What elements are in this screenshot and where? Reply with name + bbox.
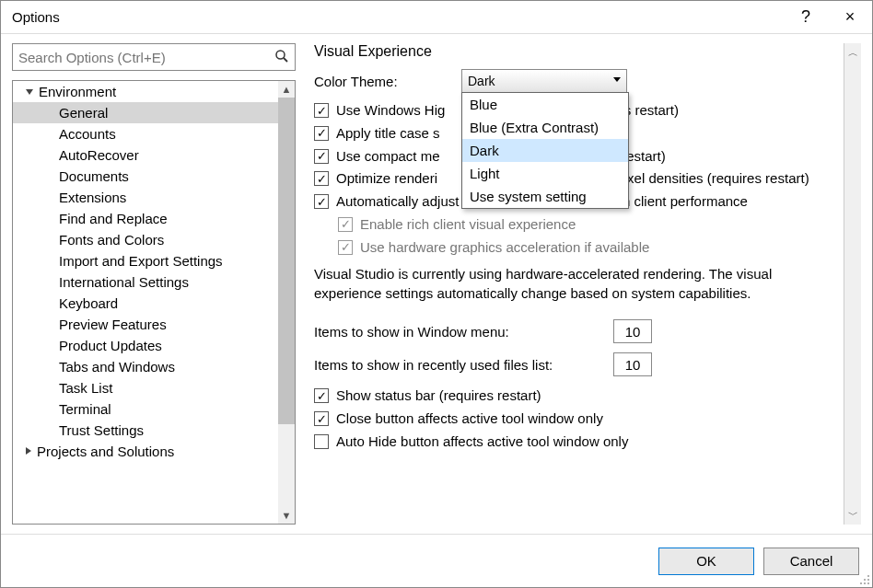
tree-item-keyboard[interactable]: Keyboard [13, 293, 295, 314]
svg-point-5 [860, 582, 862, 584]
svg-point-7 [867, 582, 869, 584]
checkbox-rich-client [338, 217, 353, 232]
resize-grip-icon[interactable] [859, 574, 870, 585]
checkbox-hw-accel [338, 240, 353, 255]
section-title: Visual Experience [314, 43, 836, 60]
tree-category-environment[interactable]: Environment [13, 81, 295, 102]
tree-item-extensions[interactable]: Extensions [13, 187, 295, 208]
tree-item-trust-settings[interactable]: Trust Settings [13, 420, 295, 441]
label-title-case: Apply title case s [336, 123, 440, 144]
scroll-up-icon[interactable]: ︿ [848, 43, 858, 63]
visual-studio-desc: Visual Studio is currently using hardwar… [314, 264, 836, 303]
window-menu-label: Items to show in Window menu: [314, 324, 613, 340]
label-rich-client: Enable rich client visual experience [360, 214, 576, 235]
svg-point-3 [864, 579, 866, 581]
ok-button[interactable]: OK [658, 548, 754, 575]
nav-tree: Environment General Accounts AutoRecover… [12, 80, 296, 525]
tree-item-general[interactable]: General [13, 102, 295, 123]
checkbox-compact-menu[interactable] [314, 149, 329, 164]
label-hw-accel: Use hardware graphics acceleration if av… [360, 237, 649, 258]
scroll-thumb[interactable] [278, 98, 295, 424]
theme-option-blue[interactable]: Blue [462, 93, 628, 116]
color-theme-selected: Dark [468, 74, 495, 88]
svg-line-1 [284, 58, 287, 62]
tree-item-autorecover[interactable]: AutoRecover [13, 144, 295, 166]
theme-option-dark[interactable]: Dark [462, 139, 628, 162]
checkbox-autohide-affects[interactable] [314, 434, 329, 449]
search-box[interactable] [12, 43, 296, 71]
chevron-down-icon [613, 77, 621, 82]
color-theme-label: Color Theme: [314, 74, 452, 89]
window-title: Options [12, 9, 784, 25]
recent-files-count[interactable] [613, 352, 652, 376]
tree-item-tabs-and-windows[interactable]: Tabs and Windows [13, 356, 295, 377]
theme-option-light[interactable]: Light [462, 162, 628, 185]
theme-option-blue-extra[interactable]: Blue (Extra Contrast) [462, 116, 628, 139]
label-close-affects: Close button affects active tool window … [336, 409, 603, 429]
checkbox-high-contrast[interactable] [314, 103, 329, 118]
cancel-button[interactable]: Cancel [763, 548, 859, 575]
scroll-up-icon[interactable]: ▲ [282, 81, 292, 98]
tree-item-task-list[interactable]: Task List [13, 377, 295, 398]
tree-item-import-export[interactable]: Import and Export Settings [13, 250, 295, 271]
tree-item-product-updates[interactable]: Product Updates [13, 335, 295, 356]
tree-item-accounts[interactable]: Accounts [13, 123, 295, 144]
tree-item-international[interactable]: International Settings [13, 271, 295, 293]
close-icon: × [845, 7, 856, 27]
tree-item-preview-features[interactable]: Preview Features [13, 314, 295, 335]
tree-item-fonts-and-colors[interactable]: Fonts and Colors [13, 229, 295, 250]
label-autohide-affects: Auto Hide button affects active tool win… [336, 432, 628, 452]
right-scrollbar[interactable]: ︿ ﹀ [844, 43, 861, 525]
recent-files-label: Items to show in recently used files lis… [314, 357, 613, 373]
left-panel: Environment General Accounts AutoRecover… [12, 43, 296, 525]
right-panel: Visual Experience Color Theme: Dark Blue… [308, 43, 861, 525]
tree-scrollbar[interactable]: ▲ ▼ [278, 81, 295, 524]
checkbox-close-affects[interactable] [314, 411, 329, 426]
search-icon [274, 49, 289, 66]
label-status-bar: Show status bar (requires restart) [336, 386, 541, 406]
svg-point-2 [867, 575, 869, 577]
tree-item-find-and-replace[interactable]: Find and Replace [13, 208, 295, 229]
color-theme-dropdown[interactable]: Dark Blue Blue (Extra Contrast) Dark Lig… [461, 69, 627, 93]
footer: OK Cancel [1, 534, 872, 587]
checkbox-title-case[interactable] [314, 126, 329, 141]
theme-option-system[interactable]: Use system setting [462, 185, 628, 208]
tree-category-projects[interactable]: Projects and Solutions [13, 441, 295, 462]
checkbox-optimize-rendering[interactable] [314, 171, 329, 186]
titlebar: Options ? × [1, 1, 872, 34]
svg-point-4 [867, 579, 869, 581]
help-icon: ? [801, 7, 810, 27]
scroll-down-icon[interactable]: ﹀ [848, 505, 858, 525]
close-button[interactable]: × [828, 1, 872, 34]
checkbox-auto-adjust[interactable] [314, 194, 329, 209]
checkbox-status-bar[interactable] [314, 388, 329, 403]
svg-point-0 [276, 51, 285, 59]
svg-point-6 [864, 582, 866, 584]
window-menu-count[interactable] [613, 319, 652, 343]
tree-item-documents[interactable]: Documents [13, 166, 295, 187]
scroll-down-icon[interactable]: ▼ [282, 507, 292, 524]
help-button[interactable]: ? [784, 1, 828, 34]
search-input[interactable] [18, 50, 274, 65]
color-theme-popup: Blue Blue (Extra Contrast) Dark Light Us… [461, 92, 629, 209]
tree-item-terminal[interactable]: Terminal [13, 398, 295, 420]
